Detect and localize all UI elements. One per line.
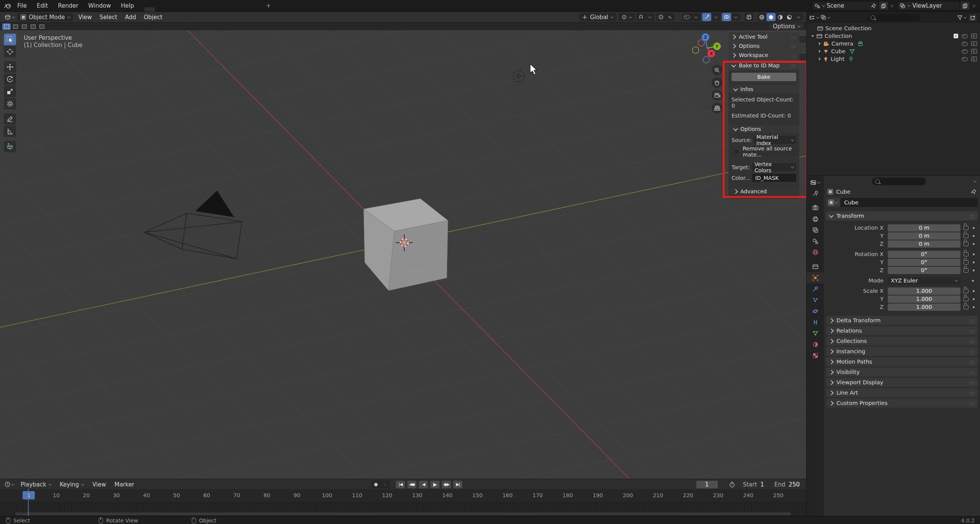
eye-icon[interactable] xyxy=(962,34,968,38)
select-mode-subtract-icon[interactable] xyxy=(20,23,28,30)
sidebar-tab[interactable] xyxy=(799,54,806,60)
options-subpanel-header[interactable]: Options xyxy=(728,125,799,133)
jump-to-end-button[interactable]: ▶| xyxy=(453,481,462,488)
light-object[interactable] xyxy=(512,70,524,268)
sidebar-tab[interactable] xyxy=(799,45,806,52)
bake-panel-header[interactable]: Bake to ID Map :::: xyxy=(728,61,799,70)
outliner-row-light[interactable]: Light xyxy=(807,55,980,63)
workspace-tab[interactable] xyxy=(252,7,262,11)
workspace-tab[interactable] xyxy=(198,7,209,11)
lock-open-icon[interactable] xyxy=(964,305,969,309)
next-keyframe-button[interactable]: ◆▶ xyxy=(442,481,451,488)
lock-open-icon[interactable] xyxy=(964,234,969,238)
breadcrumb-object[interactable]: Cube xyxy=(836,189,850,195)
panel-header[interactable]: Options :::: xyxy=(728,41,799,51)
prev-keyframe-button[interactable]: ◀◆ xyxy=(407,481,416,488)
panel-header[interactable]: Viewport Display :::: xyxy=(826,378,978,387)
zoom-button[interactable] xyxy=(712,65,722,75)
autokey-dropdown[interactable] xyxy=(381,480,390,488)
checkbox-unchecked-icon[interactable] xyxy=(734,149,740,155)
select-mode-intersect-icon[interactable] xyxy=(38,23,46,30)
number-field[interactable]: 0 m xyxy=(888,224,960,232)
tab-object[interactable] xyxy=(807,272,824,283)
panel-header[interactable]: Relations :::: xyxy=(826,326,978,335)
timeline-scrollbar[interactable] xyxy=(15,513,791,515)
rotate-tool[interactable] xyxy=(4,73,16,85)
menu-item[interactable]: Add xyxy=(121,14,140,21)
lock-open-icon[interactable] xyxy=(964,242,969,246)
workspace-tab[interactable] xyxy=(187,7,198,11)
animate-dot-icon[interactable] xyxy=(973,269,975,271)
select-mode-invert-icon[interactable] xyxy=(29,23,37,30)
add-workspace-button[interactable]: + xyxy=(262,0,275,11)
tab-world[interactable] xyxy=(807,246,824,258)
tab-texture[interactable] xyxy=(807,350,824,361)
workspace-tab[interactable] xyxy=(241,7,252,11)
rotation-mode-dropdown[interactable]: XYZ Euler xyxy=(888,277,960,284)
outliner-editor-button[interactable] xyxy=(809,15,819,20)
animate-dot-icon[interactable] xyxy=(973,290,975,292)
eye-icon[interactable] xyxy=(962,42,968,46)
editor-type-button[interactable] xyxy=(3,15,16,20)
number-field[interactable]: 0° xyxy=(888,267,960,274)
timeline-tracks[interactable] xyxy=(0,503,806,516)
show-overlays-toggle[interactable] xyxy=(722,13,731,21)
tab-scene[interactable] xyxy=(807,235,824,246)
scene-selector[interactable]: Scene xyxy=(812,1,879,10)
select-mode-set-icon[interactable] xyxy=(2,23,11,30)
shading-solid-button[interactable] xyxy=(766,13,776,21)
tool-options-dropdown[interactable]: Options xyxy=(769,23,804,30)
drag-grip-icon[interactable]: :::: xyxy=(969,369,974,375)
pan-button[interactable] xyxy=(712,77,722,88)
timeline-ruler[interactable]: 1102030405060708090100110120130140150160… xyxy=(0,490,806,503)
drag-grip-icon[interactable]: :::: xyxy=(969,328,974,334)
lock-open-icon[interactable] xyxy=(964,297,969,301)
visibility-dropdown[interactable] xyxy=(691,13,701,21)
add-cube-tool[interactable] xyxy=(4,141,16,152)
animate-dot-icon[interactable] xyxy=(972,280,974,282)
tab-output[interactable] xyxy=(807,213,824,224)
blender-logo-icon[interactable] xyxy=(4,3,11,9)
remove-viewlayer-button[interactable]: × xyxy=(970,3,980,9)
tab-modifiers[interactable] xyxy=(807,283,824,294)
move-tool[interactable] xyxy=(4,61,16,73)
playhead[interactable]: 1 xyxy=(23,491,35,500)
menu-item[interactable]: Select xyxy=(96,14,121,21)
camera-view-button[interactable] xyxy=(712,90,722,101)
menu-item[interactable]: Window xyxy=(83,2,116,9)
expand-arrow-icon[interactable] xyxy=(811,35,814,37)
camera-toggle-icon[interactable] xyxy=(971,49,977,54)
new-scene-button[interactable] xyxy=(879,1,889,10)
remove-source-materials-row[interactable]: Remove all source mate... xyxy=(732,147,796,156)
jump-to-start-button[interactable]: |◀ xyxy=(396,481,405,488)
marker-menu[interactable]: Marker xyxy=(111,481,138,488)
falloff-dropdown[interactable]: ∿ xyxy=(665,13,675,21)
pin-icon[interactable] xyxy=(971,189,976,194)
expand-arrow-icon[interactable] xyxy=(819,42,821,45)
gizmo-negy[interactable] xyxy=(693,47,699,54)
sidebar-tab[interactable] xyxy=(799,36,806,43)
filter-dropdown[interactable] xyxy=(957,15,966,20)
lock-open-icon[interactable] xyxy=(964,268,969,273)
animate-dot-icon[interactable] xyxy=(973,235,975,237)
drag-grip-icon[interactable]: :::: xyxy=(969,349,974,354)
panel-header[interactable]: Visibility :::: xyxy=(826,367,978,377)
tab-render[interactable] xyxy=(807,202,824,213)
shading-rendered-button[interactable] xyxy=(785,13,794,21)
color-attribute-field[interactable]: ID_MASK xyxy=(752,174,796,182)
frame-end-field[interactable]: End 250 xyxy=(771,481,803,488)
playback-menu[interactable]: Playback xyxy=(17,481,55,488)
tab-constraints[interactable] xyxy=(807,317,824,328)
viewport-3d[interactable]: Z Y X User Perspective (1) Collection | … xyxy=(0,30,806,479)
drag-grip-icon[interactable]: :::: xyxy=(969,380,974,385)
record-button[interactable] xyxy=(371,480,381,488)
select-box-tool[interactable] xyxy=(4,34,16,45)
infos-subpanel-header[interactable]: Infos xyxy=(728,85,799,93)
expand-arrow-icon[interactable] xyxy=(819,50,821,53)
drag-grip-icon[interactable]: :::: xyxy=(969,400,974,406)
lock-open-icon[interactable] xyxy=(964,252,969,256)
id-type-dropdown[interactable] xyxy=(826,198,840,207)
workspace-tab[interactable] xyxy=(230,7,241,11)
drag-grip-icon[interactable]: :::: xyxy=(969,213,974,219)
advanced-subpanel-header[interactable]: Advanced xyxy=(728,187,799,196)
